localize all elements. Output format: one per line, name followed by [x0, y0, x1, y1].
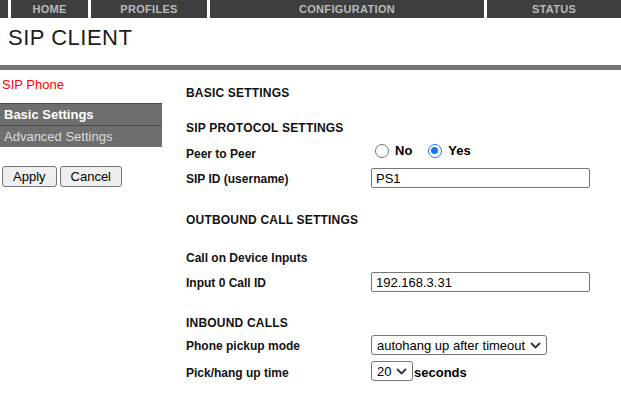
- seconds-suffix-label: seconds: [414, 365, 467, 380]
- nav-item-configuration[interactable]: CONFIGURATION: [210, 0, 484, 18]
- sip-client-page: HOME PROFILES CONFIGURATION STATUS SIP C…: [0, 0, 621, 403]
- sip-id-input[interactable]: [371, 168, 590, 188]
- phone-pickup-mode-value: autohang up after timeout: [377, 338, 525, 353]
- pick-hang-up-time-value: 20: [377, 364, 391, 379]
- sidebar-item-advanced-settings[interactable]: Advanced Settings: [0, 125, 162, 147]
- nav-edge-block: [0, 0, 8, 18]
- call-on-device-inputs-label: Call on Device Inputs: [186, 251, 307, 265]
- section-heading-sip-protocol-settings: SIP PROTOCOL SETTINGS: [186, 121, 344, 135]
- apply-button[interactable]: Apply: [2, 166, 57, 187]
- section-heading-basic-settings: BASIC SETTINGS: [186, 86, 289, 100]
- input0-call-id-label: Input 0 Call ID: [186, 276, 266, 290]
- input0-call-id-input[interactable]: [371, 272, 590, 292]
- sidebar-item-basic-settings[interactable]: Basic Settings: [0, 103, 162, 125]
- section-heading-inbound-calls: INBOUND CALLS: [186, 316, 288, 330]
- pick-hang-up-time-label: Pick/hang up time: [186, 366, 289, 380]
- sidebar-actions: Apply Cancel: [2, 166, 122, 187]
- nav-item-profiles[interactable]: PROFILES: [91, 0, 207, 18]
- sidebar-link-sip-phone[interactable]: SIP Phone: [2, 77, 64, 92]
- peer-to-peer-label: Peer to Peer: [186, 147, 256, 161]
- chevron-down-icon: [530, 342, 541, 349]
- nav-item-status[interactable]: STATUS: [487, 0, 621, 18]
- cancel-button[interactable]: Cancel: [60, 166, 122, 187]
- phone-pickup-mode-select[interactable]: autohang up after timeout: [371, 335, 547, 355]
- horizontal-divider: [0, 65, 621, 70]
- phone-pickup-mode-label: Phone pickup mode: [186, 339, 300, 353]
- sip-id-label: SIP ID (username): [186, 172, 288, 186]
- pick-hang-up-time-select[interactable]: 20: [371, 361, 413, 381]
- nav-item-home[interactable]: HOME: [11, 0, 88, 18]
- peer-to-peer-radio-no-label[interactable]: No: [395, 143, 412, 158]
- section-heading-outbound-call-settings: OUTBOUND CALL SETTINGS: [186, 213, 358, 227]
- page-title: SIP CLIENT: [8, 25, 132, 51]
- peer-to-peer-radio-yes[interactable]: [428, 144, 442, 158]
- chevron-down-icon: [396, 368, 407, 375]
- peer-to-peer-radio-no[interactable]: [375, 144, 389, 158]
- peer-to-peer-radio-group: No Yes: [375, 143, 471, 158]
- top-nav: HOME PROFILES CONFIGURATION STATUS: [0, 0, 621, 18]
- peer-to-peer-radio-yes-label[interactable]: Yes: [448, 143, 470, 158]
- sidebar-menu: Basic Settings Advanced Settings: [0, 103, 162, 147]
